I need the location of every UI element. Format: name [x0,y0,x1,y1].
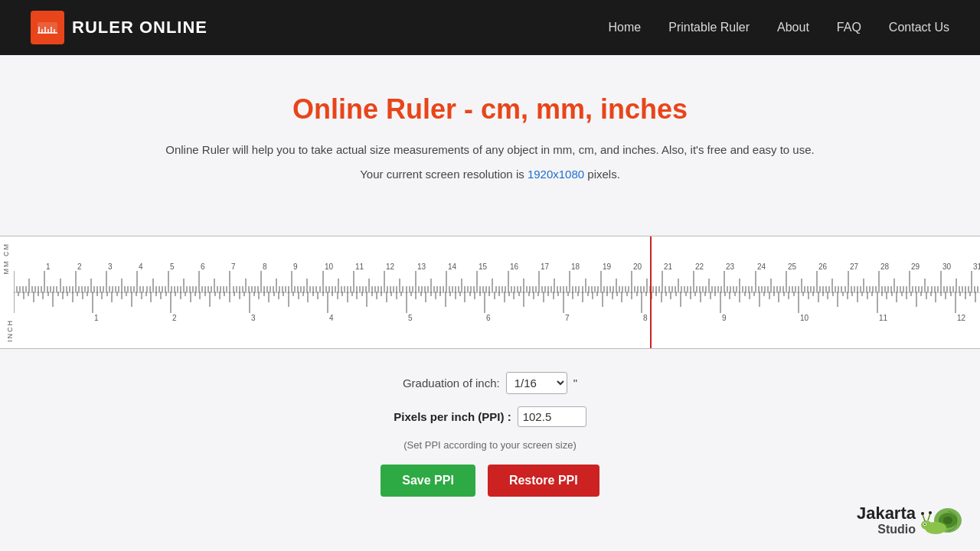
main-nav: Home Printable Ruler About FAQ Contact U… [609,21,949,34]
svg-text:27: 27 [850,262,859,271]
graduation-unit: " [573,377,577,390]
svg-text:9: 9 [722,314,727,322]
svg-text:21: 21 [664,262,673,271]
ppi-input[interactable] [518,406,586,427]
svg-text:5: 5 [408,314,413,322]
svg-text:25: 25 [788,262,797,271]
inch-label: INCH [6,319,14,342]
svg-line-567 [928,514,930,520]
svg-point-568 [921,512,924,515]
restore-ppi-button[interactable]: Restore PPI [488,465,599,497]
svg-point-571 [924,523,926,525]
svg-text:31: 31 [973,262,980,271]
svg-text:6: 6 [486,314,491,322]
svg-text:3: 3 [108,262,113,271]
svg-text:1: 1 [46,262,51,271]
svg-text:11: 11 [879,314,888,322]
nav-contact-us[interactable]: Contact Us [889,21,949,34]
svg-text:28: 28 [880,262,890,271]
svg-text:10: 10 [325,262,334,271]
svg-rect-572 [929,525,937,527]
graduation-label: Graduation of inch: [403,377,500,390]
calibration-line [650,236,652,348]
description-2-suffix: pixels. [584,168,620,181]
logo-area[interactable]: RULER ONLINE [31,11,207,44]
svg-text:4: 4 [139,262,143,271]
ppi-label: Pixels per inch (PPI) : [394,410,511,423]
svg-text:30: 30 [942,262,952,271]
jakarta-line2: Studio [857,523,916,527]
svg-text:14: 14 [448,262,457,271]
svg-text:6: 6 [201,262,205,271]
save-ppi-button[interactable]: Save PPI [381,465,475,497]
svg-text:13: 13 [417,262,426,271]
svg-text:7: 7 [231,262,236,271]
jakarta-logo-text: Jakarta Studio [857,504,916,527]
svg-text:1: 1 [94,314,99,322]
svg-text:20: 20 [633,262,642,271]
resolution-link[interactable]: 1920x1080 [528,168,584,181]
ppi-note: (Set PPI according to your screen size) [15,439,965,451]
svg-text:24: 24 [757,262,766,271]
ppi-row: Pixels per inch (PPI) : [15,406,965,427]
description-2: Your current screen resolution is 1920x1… [15,165,965,184]
svg-line-566 [923,514,925,521]
side-labels: MM CM INCH [0,236,14,348]
svg-text:8: 8 [643,314,648,322]
jakarta-badge: Jakarta Studio [857,497,965,527]
svg-text:17: 17 [541,262,550,271]
mm-cm-label: MM CM [2,243,10,275]
ruler-area: MM CM INCH 12345678910111213141516171819… [0,236,980,349]
snail-icon [919,497,965,527]
svg-text:7: 7 [565,314,570,322]
svg-text:9: 9 [293,262,298,271]
svg-text:5: 5 [170,262,175,271]
ruler-top: 1234567891011121314151617181920212223242… [14,236,980,293]
svg-text:10: 10 [800,314,809,322]
svg-text:16: 16 [510,262,519,271]
settings-area: Graduation of inch: 1/16 1/8 1/32 " Pixe… [0,349,980,527]
main-content: Online Ruler - cm, mm, inches Online Rul… [0,55,980,213]
svg-text:29: 29 [911,262,920,271]
graduation-select[interactable]: 1/16 1/8 1/32 [506,372,567,394]
svg-text:18: 18 [571,262,580,271]
svg-text:3: 3 [251,314,256,322]
svg-text:19: 19 [603,262,612,271]
svg-text:4: 4 [329,314,334,322]
svg-point-569 [929,511,932,514]
page-title: Online Ruler - cm, mm, inches [15,93,965,126]
svg-text:2: 2 [77,262,82,271]
svg-text:15: 15 [479,262,488,271]
logo-icon [31,11,64,44]
svg-point-563 [943,517,952,524]
svg-text:23: 23 [726,262,735,271]
svg-text:12: 12 [386,262,395,271]
svg-text:26: 26 [818,262,828,271]
svg-text:22: 22 [695,262,704,271]
description-1: Online Ruler will help you to take actua… [15,141,965,159]
svg-text:8: 8 [263,262,267,271]
svg-text:11: 11 [355,262,364,271]
nav-about[interactable]: About [777,21,809,34]
nav-home[interactable]: Home [609,21,642,34]
graduation-row: Graduation of inch: 1/16 1/8 1/32 " [15,372,965,394]
nav-printable-ruler[interactable]: Printable Ruler [668,21,750,34]
logo-text: RULER ONLINE [72,18,207,37]
svg-text:12: 12 [957,314,966,322]
nav-faq[interactable]: FAQ [837,21,861,34]
jakarta-line1: Jakarta [857,504,916,523]
button-row: Save PPI Restore PPI [15,465,965,497]
svg-text:2: 2 [172,314,177,322]
description-2-prefix: Your current screen resolution is [360,168,528,181]
ruler-bottom: 123456789101112 [14,292,980,348]
